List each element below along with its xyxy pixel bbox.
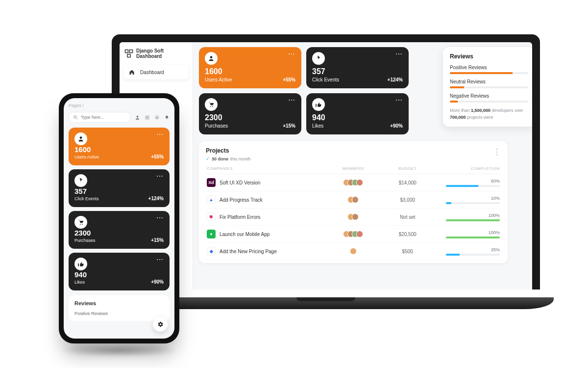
check-icon: ✓: [206, 156, 210, 161]
company-icon: ●: [207, 230, 216, 238]
review-positive-label: Positive Reviews: [450, 65, 528, 70]
review-positive-fill: [450, 72, 513, 74]
stat-card-clicks[interactable]: ⋯ 357 Click Events +124%: [306, 47, 409, 88]
card-menu-icon[interactable]: ⋯: [395, 52, 403, 56]
table-row[interactable]: ▲Add Progress Track$3,00010%: [206, 191, 501, 209]
review-neutral-fill: [450, 86, 464, 88]
projects-card: ⋮ Projects ✓ 30 done this month COMPANIE…: [199, 141, 508, 263]
search-input[interactable]: [81, 115, 126, 120]
user-icon: [205, 52, 218, 65]
user-icon[interactable]: [134, 114, 140, 120]
project-members: [326, 248, 381, 255]
project-budget: $20,500: [380, 232, 435, 237]
stat-card-users[interactable]: ⋯ 1600Users Active +55%: [69, 128, 170, 165]
phone-display: Pages / ⋯: [64, 98, 174, 339]
projects-title: Projects: [206, 147, 501, 154]
svg-rect-0: [125, 50, 128, 53]
settings-fab[interactable]: [153, 317, 168, 332]
completion-fill: [446, 185, 478, 187]
project-name: Add Progress Track: [220, 197, 263, 203]
project-company: ✱Fix Platform Errors: [207, 212, 326, 221]
header-icons: [134, 114, 170, 120]
col-completion: COMPLETION: [435, 166, 500, 171]
completion-bar: [446, 202, 500, 204]
search-icon: [73, 115, 78, 120]
brand: Django Soft Dashboard: [123, 47, 189, 65]
company-icon: ▲: [207, 195, 216, 204]
svg-point-6: [74, 116, 76, 118]
stat-label: Users Active: [205, 77, 232, 82]
avatar: [356, 179, 363, 186]
stat-value: 357: [74, 187, 99, 195]
card-menu-icon[interactable]: ⋯: [156, 174, 164, 178]
stat-label: Purchases: [205, 123, 228, 129]
stat-card-likes[interactable]: ⋯ 940 Likes +90%: [306, 93, 409, 134]
stat-card-users[interactable]: ⋯ 1600 Users Active +55%: [199, 47, 301, 88]
stat-value: 940: [74, 270, 87, 279]
table-row[interactable]: ●Launch our Mobile App$20,500100%: [206, 226, 501, 243]
project-name: Fix Platform Errors: [220, 214, 260, 220]
avatar: [356, 231, 363, 237]
card-menu-icon[interactable]: ⋯: [156, 132, 164, 136]
card-menu-icon[interactable]: ⋯: [288, 52, 295, 56]
card-menu-icon[interactable]: ⋯: [156, 216, 164, 220]
stat-value: 357: [312, 67, 339, 76]
avatar: [352, 196, 359, 203]
table-row[interactable]: ✱Fix Platform ErrorsNot set100%: [206, 209, 501, 226]
svg-rect-9: [145, 116, 149, 116]
gear-icon[interactable]: [154, 114, 160, 120]
card-menu-icon[interactable]: ⋯: [288, 98, 295, 102]
bell-icon[interactable]: [164, 114, 170, 120]
gear-icon: [157, 321, 164, 328]
cart-icon: [74, 216, 87, 229]
completion-pct: 60%: [491, 179, 500, 184]
projects-menu-icon[interactable]: ⋮: [493, 147, 501, 157]
stat-delta: +15%: [151, 237, 164, 243]
stat-label: Click Events: [74, 196, 99, 201]
stat-card-clicks[interactable]: ⋯ 357Click Events +124%: [69, 169, 170, 207]
stat-delta: +90%: [390, 123, 403, 129]
completion-bar: [446, 237, 500, 238]
stat-label: Purchases: [74, 238, 96, 243]
stat-card-purchases[interactable]: ⋯ 2300 Purchases +15%: [199, 93, 301, 134]
home-icon: [127, 68, 136, 77]
card-menu-icon[interactable]: ⋯: [156, 258, 164, 262]
main-content: ⋯ 1600 Users Active +55%: [193, 42, 532, 289]
project-completion: 25%: [435, 247, 500, 256]
sidebar-item-dashboard[interactable]: Dashboard: [123, 65, 189, 79]
svg-point-12: [156, 117, 158, 118]
table-row[interactable]: XdSoft UI XD Version$14,00060%: [206, 174, 501, 191]
table-row[interactable]: ◆Add the New Pricing Page$50025%: [206, 243, 501, 260]
reviews-title: Reviews: [450, 53, 528, 60]
svg-rect-10: [145, 117, 149, 118]
projects-header: COMPANIES MEMBERS BUDGET COMPLETION: [206, 161, 501, 174]
svg-point-4: [210, 106, 211, 107]
stat-label: Likes: [74, 280, 87, 285]
card-menu-icon[interactable]: ⋯: [395, 98, 403, 102]
project-name: Add the New Pricing Page: [220, 249, 277, 254]
svg-line-7: [76, 118, 77, 119]
thumbs-up-icon: [312, 98, 325, 111]
menu-icon[interactable]: [144, 114, 150, 120]
brand-title: Django Soft Dashboard: [136, 48, 188, 59]
project-name: Launch our Mobile App: [220, 232, 270, 237]
completion-pct: 100%: [489, 213, 500, 218]
col-budget: BUDGET: [380, 166, 435, 171]
project-completion: 60%: [435, 179, 500, 187]
completion-pct: 100%: [489, 230, 500, 235]
phone-stat-list: ⋯ 1600Users Active +55% ⋯ 357Click Event…: [69, 128, 170, 290]
avatar: [350, 248, 357, 255]
breadcrumb: Pages /: [69, 103, 84, 108]
review-neutral-bar: [450, 86, 528, 88]
review-neutral-label: Neutral Reviews: [450, 79, 528, 84]
stat-label: Click Events: [312, 77, 339, 82]
completion-pct: 10%: [491, 196, 500, 201]
stat-card-purchases[interactable]: ⋯ 2300Purchases +15%: [69, 211, 170, 249]
stat-label: Users Active: [74, 155, 99, 159]
svg-point-15: [82, 224, 83, 225]
project-completion: 100%: [435, 230, 500, 238]
project-members: [326, 213, 381, 220]
stat-card-likes[interactable]: ⋯ 940Likes +90%: [69, 253, 170, 290]
search-input-wrap[interactable]: [69, 112, 130, 123]
completion-pct: 25%: [491, 247, 500, 252]
